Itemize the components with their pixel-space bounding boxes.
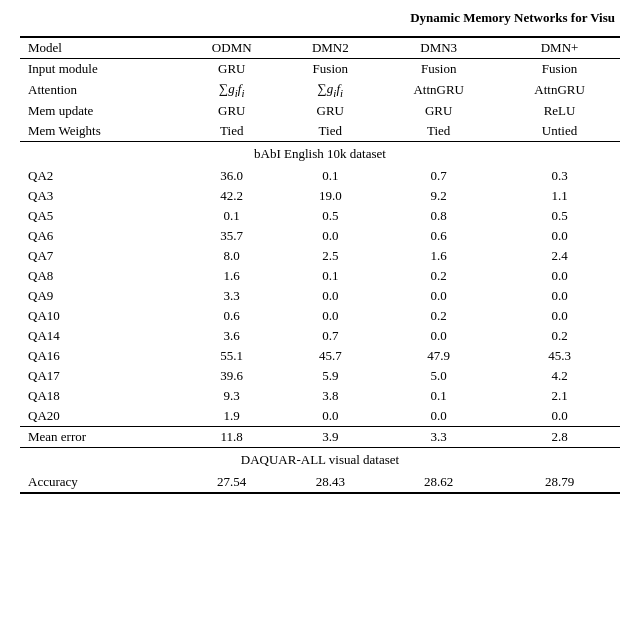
qa-row-dmn3: 0.2 bbox=[378, 306, 499, 326]
qa-row-odmn: 0.1 bbox=[181, 206, 282, 226]
qa-row-dmn3: 0.1 bbox=[378, 386, 499, 406]
page-title: Dynamic Memory Networks for Visu bbox=[20, 10, 620, 26]
model-row-dmn2: Tied bbox=[282, 121, 378, 142]
qa-row-dmn2: 0.7 bbox=[282, 326, 378, 346]
results-table: Model ODMN DMN2 DMN3 DMN+ Input moduleGR… bbox=[20, 36, 620, 494]
model-row-dmn3: Tied bbox=[378, 121, 499, 142]
qa-row-odmn: 36.0 bbox=[181, 166, 282, 186]
qa-row-dmnplus: 0.0 bbox=[499, 406, 620, 427]
accuracy-label: Accuracy bbox=[20, 472, 181, 493]
qa-row-odmn: 8.0 bbox=[181, 246, 282, 266]
qa-row-dmn2: 0.0 bbox=[282, 406, 378, 427]
qa-row-odmn: 39.6 bbox=[181, 366, 282, 386]
model-row-dmn3: GRU bbox=[378, 101, 499, 121]
model-row-label: Mem update bbox=[20, 101, 181, 121]
qa-row-dmn3: 9.2 bbox=[378, 186, 499, 206]
mean-error-label: Mean error bbox=[20, 426, 181, 447]
qa-row-dmnplus: 0.5 bbox=[499, 206, 620, 226]
qa-row-dmn3: 5.0 bbox=[378, 366, 499, 386]
model-row-dmn2: ∑gifi bbox=[282, 79, 378, 101]
qa-row: QA201.90.00.00.0 bbox=[20, 406, 620, 427]
qa-row-dmn3: 0.8 bbox=[378, 206, 499, 226]
qa-row: QA1739.65.95.04.2 bbox=[20, 366, 620, 386]
qa-row-dmn2: 0.0 bbox=[282, 226, 378, 246]
qa-row-dmn2: 0.0 bbox=[282, 306, 378, 326]
qa-row-label: QA14 bbox=[20, 326, 181, 346]
model-row-dmnplus: AttnGRU bbox=[499, 79, 620, 101]
mean-error-dmnplus: 2.8 bbox=[499, 426, 620, 447]
qa-row-odmn: 1.6 bbox=[181, 266, 282, 286]
accuracy-odmn: 27.54 bbox=[181, 472, 282, 493]
qa-row: QA236.00.10.70.3 bbox=[20, 166, 620, 186]
qa-row-dmn3: 0.0 bbox=[378, 406, 499, 427]
qa-row-dmn2: 2.5 bbox=[282, 246, 378, 266]
qa-row-dmn2: 45.7 bbox=[282, 346, 378, 366]
qa-row-dmn2: 3.8 bbox=[282, 386, 378, 406]
qa-row-dmnplus: 0.3 bbox=[499, 166, 620, 186]
qa-row-odmn: 3.6 bbox=[181, 326, 282, 346]
model-row-dmn3: AttnGRU bbox=[378, 79, 499, 101]
accuracy-dmn3: 28.62 bbox=[378, 472, 499, 493]
qa-row-dmn2: 0.5 bbox=[282, 206, 378, 226]
model-row-label: Input module bbox=[20, 59, 181, 80]
qa-row-odmn: 42.2 bbox=[181, 186, 282, 206]
model-row-dmnplus: ReLU bbox=[499, 101, 620, 121]
table-header-row: Model ODMN DMN2 DMN3 DMN+ bbox=[20, 37, 620, 59]
qa-row: QA81.60.10.20.0 bbox=[20, 266, 620, 286]
qa-row-label: QA3 bbox=[20, 186, 181, 206]
qa-row-dmn3: 0.2 bbox=[378, 266, 499, 286]
qa-row-label: QA7 bbox=[20, 246, 181, 266]
qa-row: QA50.10.50.80.5 bbox=[20, 206, 620, 226]
model-row: Mem WeightsTiedTiedTiedUntied bbox=[20, 121, 620, 142]
model-row: Mem updateGRUGRUGRUReLU bbox=[20, 101, 620, 121]
qa-row-dmnplus: 45.3 bbox=[499, 346, 620, 366]
qa-row-label: QA18 bbox=[20, 386, 181, 406]
section-babI-row: bAbI English 10k dataset bbox=[20, 141, 620, 166]
qa-row-dmnplus: 2.1 bbox=[499, 386, 620, 406]
qa-row-dmnplus: 1.1 bbox=[499, 186, 620, 206]
qa-row-odmn: 55.1 bbox=[181, 346, 282, 366]
qa-row-odmn: 1.9 bbox=[181, 406, 282, 427]
col-model-header: Model bbox=[20, 37, 181, 59]
model-row-dmnplus: Fusion bbox=[499, 59, 620, 80]
qa-row: QA1655.145.747.945.3 bbox=[20, 346, 620, 366]
qa-row-odmn: 3.3 bbox=[181, 286, 282, 306]
qa-row-label: QA20 bbox=[20, 406, 181, 427]
model-row-dmn2: Fusion bbox=[282, 59, 378, 80]
accuracy-row: Accuracy27.5428.4328.6228.79 bbox=[20, 472, 620, 493]
qa-row-label: QA17 bbox=[20, 366, 181, 386]
qa-row-odmn: 35.7 bbox=[181, 226, 282, 246]
model-row-dmnplus: Untied bbox=[499, 121, 620, 142]
qa-row-dmnplus: 0.0 bbox=[499, 226, 620, 246]
qa-row-dmn2: 5.9 bbox=[282, 366, 378, 386]
qa-row-dmn2: 19.0 bbox=[282, 186, 378, 206]
qa-row-label: QA9 bbox=[20, 286, 181, 306]
qa-row: QA93.30.00.00.0 bbox=[20, 286, 620, 306]
qa-row: QA189.33.80.12.1 bbox=[20, 386, 620, 406]
qa-row-odmn: 0.6 bbox=[181, 306, 282, 326]
model-row-odmn: ∑gifi bbox=[181, 79, 282, 101]
qa-row-label: QA8 bbox=[20, 266, 181, 286]
col-odmn-header: ODMN bbox=[181, 37, 282, 59]
accuracy-dmnplus: 28.79 bbox=[499, 472, 620, 493]
qa-row-dmnplus: 0.0 bbox=[499, 306, 620, 326]
qa-row-label: QA16 bbox=[20, 346, 181, 366]
mean-error-dmn3: 3.3 bbox=[378, 426, 499, 447]
qa-row: QA342.219.09.21.1 bbox=[20, 186, 620, 206]
qa-row: QA635.70.00.60.0 bbox=[20, 226, 620, 246]
col-dmn2-header: DMN2 bbox=[282, 37, 378, 59]
model-row-dmn2: GRU bbox=[282, 101, 378, 121]
qa-row-label: QA5 bbox=[20, 206, 181, 226]
model-row: Attention∑gifi∑gifiAttnGRUAttnGRU bbox=[20, 79, 620, 101]
qa-row: QA100.60.00.20.0 bbox=[20, 306, 620, 326]
model-row: Input moduleGRUFusionFusionFusion bbox=[20, 59, 620, 80]
qa-row-dmn3: 0.0 bbox=[378, 326, 499, 346]
qa-row-dmnplus: 0.0 bbox=[499, 286, 620, 306]
model-row-label: Attention bbox=[20, 79, 181, 101]
qa-row-dmnplus: 2.4 bbox=[499, 246, 620, 266]
qa-row-odmn: 9.3 bbox=[181, 386, 282, 406]
accuracy-dmn2: 28.43 bbox=[282, 472, 378, 493]
mean-error-row: Mean error11.83.93.32.8 bbox=[20, 426, 620, 447]
mean-error-dmn2: 3.9 bbox=[282, 426, 378, 447]
qa-row: QA78.02.51.62.4 bbox=[20, 246, 620, 266]
